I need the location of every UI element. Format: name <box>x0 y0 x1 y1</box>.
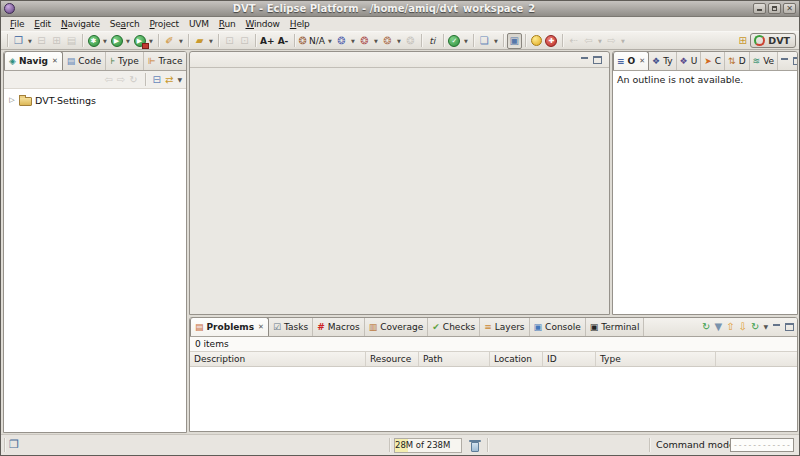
run-wand-dropdown[interactable]: ▼ <box>177 33 185 49</box>
menu-window[interactable]: Window <box>240 17 284 31</box>
tab-type[interactable]: ⊦ Type <box>106 52 143 70</box>
debug-dropdown[interactable]: ▼ <box>101 33 109 49</box>
tab-tasks[interactable]: ☑ Tasks <box>269 318 313 336</box>
tab-coverage[interactable]: ▥ Coverage <box>365 318 429 336</box>
forward-button[interactable]: ⇨ <box>604 33 619 49</box>
tab-problems[interactable]: ▤ Problems ✕ <box>190 317 269 336</box>
expander-icon[interactable]: ▷ <box>8 96 16 104</box>
new-wizard-dropdown[interactable]: ▼ <box>26 33 34 49</box>
view-refresh-icon[interactable]: ↻ <box>129 75 137 85</box>
tab-macros[interactable]: # Macros <box>313 318 364 336</box>
tab-outline[interactable]: ≡ O ✕ <box>613 51 649 70</box>
check-build-dropdown[interactable]: ▼ <box>462 33 470 49</box>
previous-problem-icon[interactable]: ⇧ <box>726 322 734 332</box>
tab-code[interactable]: ▤ Code <box>63 52 107 70</box>
link-with-editor-icon[interactable]: ⇄ <box>165 75 173 85</box>
stop-compile-dropdown[interactable]: ▼ <box>395 33 403 49</box>
open-folder-dropdown[interactable]: ▼ <box>207 33 215 49</box>
view-menu-icon[interactable]: ▼ <box>177 77 182 83</box>
tree-item-dvt-settings[interactable]: ▷ DVT-Settings <box>4 92 186 108</box>
tab-verification[interactable]: ≋ Ve <box>750 52 779 70</box>
close-window-button[interactable] <box>783 3 796 14</box>
tab-uvm[interactable]: ❖ U <box>677 52 702 70</box>
tab-layers[interactable]: ≡ Layers <box>480 318 529 336</box>
close-tab-icon[interactable]: ✕ <box>52 57 58 65</box>
menu-file[interactable]: File <box>5 17 29 31</box>
open-folder-button[interactable]: ▰ <box>192 33 207 49</box>
full-compile-dropdown[interactable]: ▼ <box>349 33 357 49</box>
view-forward-icon[interactable]: ⇨ <box>117 75 125 85</box>
minimize-editor-icon[interactable] <box>580 56 589 64</box>
view-menu-icon[interactable]: ▼ <box>763 324 768 330</box>
run-garbage-collector-icon[interactable] <box>469 439 481 452</box>
toggle-editor-area-button[interactable]: ▣ <box>507 33 522 49</box>
semantic-highlight-button[interactable]: ti <box>425 33 440 49</box>
check-build-button[interactable]: ✓ <box>447 33 462 49</box>
window-layout-dropdown[interactable]: ▼ <box>492 33 500 49</box>
forward-dropdown[interactable]: ▼ <box>619 33 627 49</box>
previous-marker-button[interactable]: ⊡ <box>222 33 237 49</box>
column-resource[interactable]: Resource <box>366 352 419 366</box>
maximize-window-button[interactable] <box>768 3 781 14</box>
collapse-all-icon[interactable]: ⊟ <box>153 75 161 85</box>
last-edit-location-button[interactable]: ⇠ <box>566 33 581 49</box>
next-problem-icon[interactable]: ⇩ <box>739 322 747 332</box>
menu-uvm[interactable]: UVM <box>184 17 214 31</box>
tip-of-the-day-button[interactable] <box>529 33 544 49</box>
problems-table-body[interactable] <box>190 367 797 432</box>
new-wizard-button[interactable]: ❐ <box>11 33 26 49</box>
minimize-window-button[interactable] <box>753 3 766 14</box>
tab-design[interactable]: ⇅ D <box>725 52 749 70</box>
minimize-view-icon[interactable] <box>780 57 789 65</box>
dvt-perspective-button[interactable]: DVT <box>750 33 796 48</box>
tab-navigate[interactable]: ◈ Navig ✕ <box>4 51 63 70</box>
view-back-icon[interactable]: ⇦ <box>104 75 112 85</box>
run-wand-button[interactable]: ✐ <box>162 33 177 49</box>
tab-terminal[interactable]: ▣ Terminal <box>586 318 645 336</box>
incremental-compile-button[interactable]: ❂ <box>357 33 372 49</box>
open-perspective-button[interactable]: ⊞ <box>735 33 750 49</box>
app-icon[interactable] <box>4 3 15 14</box>
sync2-icon[interactable]: ↻ <box>751 322 759 332</box>
full-compile-button[interactable]: ❂ <box>334 33 349 49</box>
save-button[interactable]: ⊟ <box>34 33 49 49</box>
tab-checks[interactable]: ✔ Checks <box>428 318 480 336</box>
maximize-view-icon[interactable] <box>793 57 798 65</box>
column-type[interactable]: Type <box>596 352 716 366</box>
minimize-view-icon[interactable] <box>772 323 781 331</box>
tab-trace[interactable]: ⊩ Trace <box>144 52 187 70</box>
back-dropdown[interactable]: ▼ <box>596 33 604 49</box>
font-increase-button[interactable]: A+ <box>259 33 276 49</box>
compile-off-button[interactable]: ❂ <box>403 33 418 49</box>
font-decrease-button[interactable]: A- <box>276 33 291 49</box>
next-marker-button[interactable]: ⊡ <box>237 33 252 49</box>
menu-edit[interactable]: Edit <box>29 17 56 31</box>
sync-icon[interactable]: ↻ <box>702 322 710 332</box>
menu-project[interactable]: Project <box>144 17 183 31</box>
command-mode-input[interactable] <box>730 438 794 452</box>
column-path[interactable]: Path <box>419 352 490 366</box>
column-description[interactable]: Description <box>190 352 366 366</box>
tab-console[interactable]: ▣ Console <box>530 318 586 336</box>
run-dropdown[interactable]: ▼ <box>124 33 132 49</box>
menu-search[interactable]: Search <box>105 17 145 31</box>
fast-view-icon[interactable]: ❐ <box>9 438 19 451</box>
tab-checks-view[interactable]: ➤ C <box>701 52 725 70</box>
compile-waivers-dropdown[interactable]: ▼ <box>326 33 334 49</box>
stop-compile-button[interactable]: ❂ <box>380 33 395 49</box>
back-button[interactable]: ⇦ <box>581 33 596 49</box>
maximize-view-icon[interactable] <box>785 323 794 331</box>
window-layout-button[interactable]: ❏ <box>477 33 492 49</box>
run-button[interactable]: ▶ <box>109 33 124 49</box>
help-button[interactable]: ✚ <box>544 33 559 49</box>
menu-run[interactable]: Run <box>214 17 241 31</box>
column-location[interactable]: Location <box>490 352 543 366</box>
filter-icon[interactable]: ▼ <box>715 322 723 332</box>
compile-waivers-button[interactable]: ❂N/A <box>298 33 326 49</box>
menu-navigate[interactable]: Navigate <box>56 17 105 31</box>
close-tab-icon[interactable]: ✕ <box>258 323 264 331</box>
save-all-button[interactable]: ⊞ <box>49 33 64 49</box>
menu-help[interactable]: Help <box>285 17 315 31</box>
close-tab-icon[interactable]: ✕ <box>639 57 645 65</box>
column-id[interactable]: ID <box>543 352 596 366</box>
